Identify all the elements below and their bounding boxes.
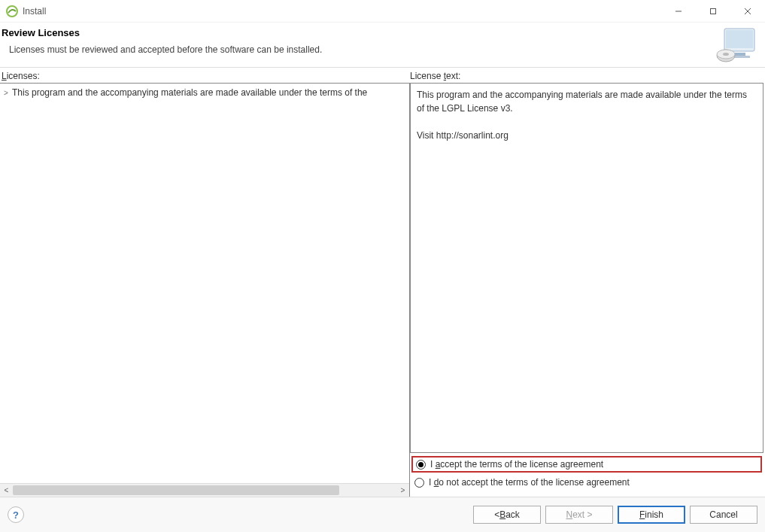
chevron-right-icon[interactable]: > [0, 89, 12, 97]
window-title: Install [23, 6, 46, 17]
radio-icon [414, 478, 424, 488]
page-title: Review Licenses [0, 27, 765, 38]
minimize-button[interactable] [661, 0, 696, 23]
radio-reject[interactable]: I do not accept the terms of the license… [413, 474, 760, 491]
help-icon: ? [13, 509, 19, 521]
scroll-thumb[interactable] [13, 485, 339, 495]
svg-rect-6 [726, 30, 753, 48]
svg-rect-2 [711, 9, 716, 14]
wizard-footer: ? < Back Next > Finish Cancel [0, 497, 765, 532]
pane-labels: Licenses: License text: [0, 68, 765, 83]
titlebar: Install [0, 0, 765, 23]
radio-icon [416, 460, 426, 470]
window-controls [661, 0, 765, 23]
header-graphic-icon [714, 26, 759, 65]
licenses-tree[interactable]: > This program and the accompanying mate… [0, 84, 409, 483]
license-tree-item-label: This program and the accompanying materi… [12, 87, 367, 98]
radio-reject-label: I do not accept the terms of the license… [429, 477, 630, 488]
page-subtitle: Licenses must be reviewed and accepted b… [0, 38, 765, 55]
radio-accept[interactable]: I accept the terms of the license agreem… [411, 456, 762, 473]
maximize-button[interactable] [696, 0, 730, 23]
license-text-label: License text: [410, 71, 765, 81]
close-button[interactable] [730, 0, 765, 23]
help-button[interactable]: ? [8, 506, 24, 523]
svg-point-11 [723, 53, 729, 56]
next-button: Next > [545, 506, 613, 524]
back-button[interactable]: < Back [473, 506, 541, 524]
radio-accept-label: I accept the terms of the license agreem… [430, 459, 603, 470]
accept-radio-group: I accept the terms of the license agreem… [410, 453, 763, 497]
wizard-body: Licenses: License text: > This program a… [0, 68, 765, 497]
scroll-track[interactable] [13, 484, 396, 497]
scroll-left-arrow-icon[interactable]: < [0, 484, 13, 497]
license-tree-item[interactable]: > This program and the accompanying mate… [0, 85, 409, 100]
finish-button[interactable]: Finish [618, 506, 685, 524]
scroll-right-arrow-icon[interactable]: > [396, 484, 409, 497]
wizard-header: Review Licenses Licenses must be reviewe… [0, 23, 765, 68]
licenses-label: Licenses: [0, 71, 410, 81]
horizontal-scrollbar[interactable]: < > [0, 483, 409, 496]
license-text-area[interactable]: This program and the accompanying materi… [410, 83, 763, 453]
app-icon [6, 5, 18, 17]
content-row: > This program and the accompanying mate… [0, 83, 765, 497]
licenses-tree-pane: > This program and the accompanying mate… [0, 83, 410, 497]
cancel-button[interactable]: Cancel [690, 506, 757, 524]
license-detail-pane: This program and the accompanying materi… [410, 83, 765, 497]
